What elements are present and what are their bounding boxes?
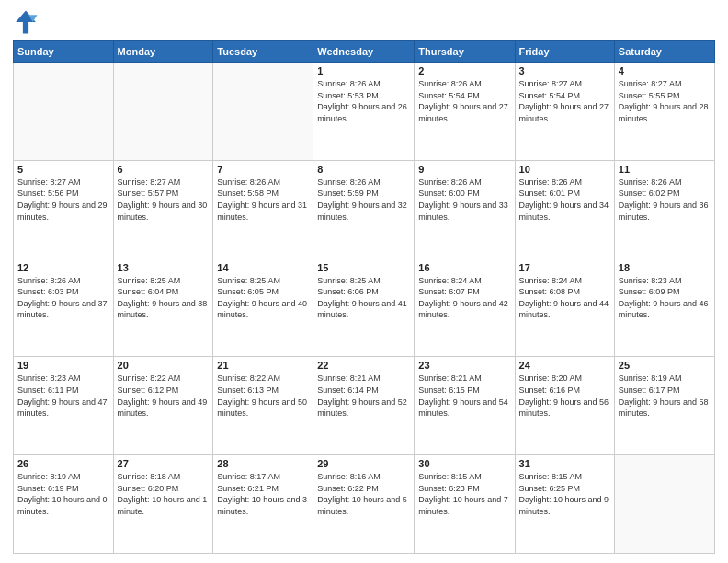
day-number: 6 [118,164,210,175]
calendar-cell: 10Sunrise: 8:26 AM Sunset: 6:01 PM Dayli… [515,160,614,259]
calendar-cell: 28Sunrise: 8:17 AM Sunset: 6:21 PM Dayli… [213,455,313,554]
day-info: Sunrise: 8:23 AM Sunset: 6:11 PM Dayligh… [17,373,109,419]
day-info: Sunrise: 8:21 AM Sunset: 6:14 PM Dayligh… [317,373,410,419]
calendar-cell: 14Sunrise: 8:25 AM Sunset: 6:05 PM Dayli… [213,259,313,357]
calendar-cell: 27Sunrise: 8:18 AM Sunset: 6:20 PM Dayli… [113,455,213,554]
day-number: 14 [217,262,309,273]
day-info: Sunrise: 8:24 AM Sunset: 6:07 PM Dayligh… [418,275,510,321]
day-info: Sunrise: 8:15 AM Sunset: 6:25 PM Dayligh… [519,471,610,517]
day-number: 7 [217,164,309,175]
header [13,9,715,35]
calendar-cell: 18Sunrise: 8:23 AM Sunset: 6:09 PM Dayli… [614,259,714,357]
page: SundayMondayTuesdayWednesdayThursdayFrid… [0,0,728,563]
day-number: 2 [418,65,510,76]
day-info: Sunrise: 8:26 AM Sunset: 6:01 PM Dayligh… [519,177,610,223]
day-info: Sunrise: 8:18 AM Sunset: 6:20 PM Dayligh… [118,471,210,517]
logo [13,9,42,35]
day-number: 4 [619,65,711,76]
weekday-header-row: SundayMondayTuesdayWednesdayThursdayFrid… [14,41,715,63]
day-info: Sunrise: 8:21 AM Sunset: 6:15 PM Dayligh… [418,373,510,419]
day-info: Sunrise: 8:20 AM Sunset: 6:16 PM Dayligh… [519,373,610,419]
day-info: Sunrise: 8:25 AM Sunset: 6:06 PM Dayligh… [317,275,410,321]
day-number: 21 [217,360,309,371]
calendar-cell: 6Sunrise: 8:27 AM Sunset: 5:57 PM Daylig… [113,160,213,259]
day-info: Sunrise: 8:15 AM Sunset: 6:23 PM Dayligh… [418,471,510,517]
day-number: 19 [17,360,109,371]
day-info: Sunrise: 8:22 AM Sunset: 6:12 PM Dayligh… [118,373,210,419]
day-info: Sunrise: 8:26 AM Sunset: 5:58 PM Dayligh… [217,177,309,223]
day-info: Sunrise: 8:25 AM Sunset: 6:05 PM Dayligh… [217,275,309,321]
calendar-cell: 3Sunrise: 8:27 AM Sunset: 5:54 PM Daylig… [515,63,614,161]
calendar-cell: 8Sunrise: 8:26 AM Sunset: 5:59 PM Daylig… [313,160,415,259]
day-info: Sunrise: 8:27 AM Sunset: 5:55 PM Dayligh… [619,78,711,124]
day-info: Sunrise: 8:25 AM Sunset: 6:04 PM Dayligh… [118,275,210,321]
day-number: 24 [519,360,610,371]
day-number: 17 [519,262,610,273]
logo-icon [13,9,39,35]
day-info: Sunrise: 8:16 AM Sunset: 6:22 PM Dayligh… [317,471,410,517]
day-number: 31 [519,458,610,469]
day-info: Sunrise: 8:23 AM Sunset: 6:09 PM Dayligh… [619,275,711,321]
calendar-cell: 23Sunrise: 8:21 AM Sunset: 6:15 PM Dayli… [415,357,515,455]
calendar-cell: 26Sunrise: 8:19 AM Sunset: 6:19 PM Dayli… [14,455,114,554]
day-info: Sunrise: 8:26 AM Sunset: 5:59 PM Dayligh… [317,177,410,223]
calendar-week-1: 1Sunrise: 8:26 AM Sunset: 5:53 PM Daylig… [14,63,715,161]
calendar-cell: 29Sunrise: 8:16 AM Sunset: 6:22 PM Dayli… [313,455,415,554]
day-number: 1 [317,65,410,76]
day-number: 26 [17,458,109,469]
calendar-week-3: 12Sunrise: 8:26 AM Sunset: 6:03 PM Dayli… [14,259,715,357]
calendar-cell [614,455,714,554]
calendar-cell: 12Sunrise: 8:26 AM Sunset: 6:03 PM Dayli… [14,259,114,357]
day-number: 23 [418,360,510,371]
calendar-cell: 13Sunrise: 8:25 AM Sunset: 6:04 PM Dayli… [113,259,213,357]
day-number: 25 [619,360,711,371]
day-info: Sunrise: 8:17 AM Sunset: 6:21 PM Dayligh… [217,471,309,517]
calendar-cell: 9Sunrise: 8:26 AM Sunset: 6:00 PM Daylig… [415,160,515,259]
weekday-header-tuesday: Tuesday [213,41,313,63]
day-info: Sunrise: 8:26 AM Sunset: 6:03 PM Dayligh… [17,275,109,321]
day-number: 22 [317,360,410,371]
calendar-cell: 25Sunrise: 8:19 AM Sunset: 6:17 PM Dayli… [614,357,714,455]
day-number: 5 [17,164,109,175]
day-number: 29 [317,458,410,469]
calendar-cell: 5Sunrise: 8:27 AM Sunset: 5:56 PM Daylig… [14,160,114,259]
calendar-week-2: 5Sunrise: 8:27 AM Sunset: 5:56 PM Daylig… [14,160,715,259]
calendar-cell: 7Sunrise: 8:26 AM Sunset: 5:58 PM Daylig… [213,160,313,259]
weekday-header-monday: Monday [113,41,213,63]
day-number: 18 [619,262,711,273]
day-number: 8 [317,164,410,175]
day-number: 9 [418,164,510,175]
day-number: 12 [17,262,109,273]
calendar-cell: 30Sunrise: 8:15 AM Sunset: 6:23 PM Dayli… [415,455,515,554]
day-number: 20 [118,360,210,371]
calendar-cell: 16Sunrise: 8:24 AM Sunset: 6:07 PM Dayli… [415,259,515,357]
calendar-cell: 11Sunrise: 8:26 AM Sunset: 6:02 PM Dayli… [614,160,714,259]
day-info: Sunrise: 8:24 AM Sunset: 6:08 PM Dayligh… [519,275,610,321]
calendar-cell [213,63,313,161]
weekday-header-wednesday: Wednesday [313,41,415,63]
calendar-cell [113,63,213,161]
day-info: Sunrise: 8:19 AM Sunset: 6:17 PM Dayligh… [619,373,711,419]
weekday-header-sunday: Sunday [14,41,114,63]
weekday-header-thursday: Thursday [415,41,515,63]
day-number: 3 [519,65,610,76]
calendar-cell: 21Sunrise: 8:22 AM Sunset: 6:13 PM Dayli… [213,357,313,455]
calendar-week-5: 26Sunrise: 8:19 AM Sunset: 6:19 PM Dayli… [14,455,715,554]
calendar-cell [14,63,114,161]
calendar-table: SundayMondayTuesdayWednesdayThursdayFrid… [13,40,715,554]
calendar-cell: 24Sunrise: 8:20 AM Sunset: 6:16 PM Dayli… [515,357,614,455]
day-info: Sunrise: 8:26 AM Sunset: 5:53 PM Dayligh… [317,78,410,124]
weekday-header-saturday: Saturday [614,41,714,63]
calendar-cell: 1Sunrise: 8:26 AM Sunset: 5:53 PM Daylig… [313,63,415,161]
svg-marker-0 [16,11,36,34]
day-info: Sunrise: 8:22 AM Sunset: 6:13 PM Dayligh… [217,373,309,419]
day-number: 30 [418,458,510,469]
day-number: 28 [217,458,309,469]
day-info: Sunrise: 8:27 AM Sunset: 5:57 PM Dayligh… [118,177,210,223]
weekday-header-friday: Friday [515,41,614,63]
calendar-cell: 17Sunrise: 8:24 AM Sunset: 6:08 PM Dayli… [515,259,614,357]
day-number: 15 [317,262,410,273]
calendar-week-4: 19Sunrise: 8:23 AM Sunset: 6:11 PM Dayli… [14,357,715,455]
day-info: Sunrise: 8:26 AM Sunset: 5:54 PM Dayligh… [418,78,510,124]
day-number: 27 [118,458,210,469]
